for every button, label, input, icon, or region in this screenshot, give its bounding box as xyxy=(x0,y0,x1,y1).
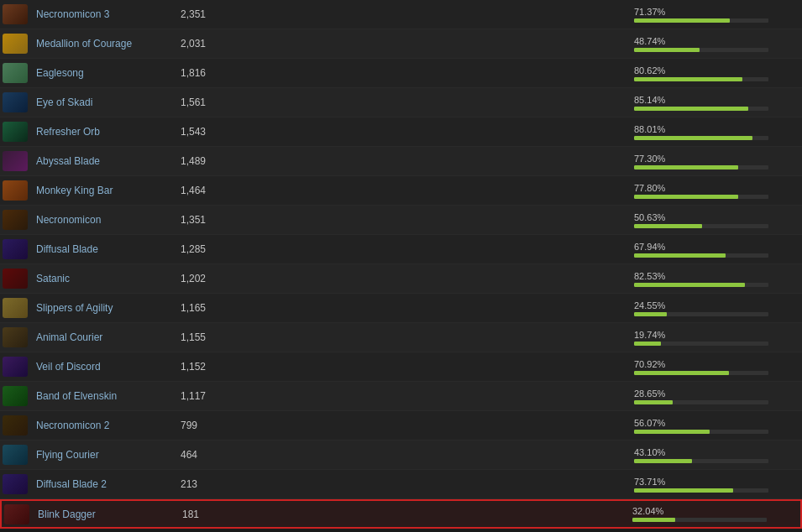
item-pct-section: 73.71% xyxy=(634,477,802,493)
item-icon-eaglesong xyxy=(0,59,29,88)
item-name: Monkey King Bar xyxy=(29,185,181,196)
item-pct-bar-bg xyxy=(634,400,768,404)
item-count: 181 xyxy=(182,509,249,520)
item-pct-section: 19.74% xyxy=(634,330,802,346)
item-count: 1,152 xyxy=(181,361,248,373)
item-pct-bar-fill xyxy=(634,430,710,434)
table-row[interactable]: Blink Dagger18132.04% xyxy=(0,499,802,529)
item-icon-necronomicon xyxy=(0,206,29,235)
item-pct-bar-bg xyxy=(634,18,768,23)
item-icon-satanic xyxy=(0,264,29,294)
item-name: Blink Dagger xyxy=(31,509,182,520)
item-count: 1,351 xyxy=(181,214,248,226)
item-name: Slippers of Agility xyxy=(29,302,181,314)
table-row[interactable]: Necronomicon 32,35171.37% xyxy=(0,0,802,29)
table-row[interactable]: Monkey King Bar1,46477.80% xyxy=(0,176,802,206)
item-count: 213 xyxy=(181,478,248,490)
table-row[interactable]: Animal Courier1,15519.74% xyxy=(0,323,802,352)
item-count: 464 xyxy=(181,449,248,461)
item-pct-label: 82.53% xyxy=(634,271,665,281)
item-pct-section: 88.01% xyxy=(634,124,802,140)
item-pct-section: 24.55% xyxy=(634,300,802,316)
item-icon-blink xyxy=(2,499,31,529)
item-pct-bar-bg xyxy=(634,430,768,434)
item-pct-bar-fill xyxy=(634,371,729,375)
table-row[interactable]: Flying Courier46443.10% xyxy=(0,441,802,470)
item-count: 1,165 xyxy=(181,302,248,314)
item-pct-label: 19.74% xyxy=(634,330,665,340)
item-pct-bar-fill xyxy=(634,18,730,23)
item-icon-necronomicon2 xyxy=(0,411,29,441)
item-pct-section: 80.62% xyxy=(634,65,802,81)
item-pct-bar-bg xyxy=(634,77,768,81)
table-row[interactable]: Veil of Discord1,15270.92% xyxy=(0,352,802,382)
item-icon-medallion xyxy=(0,29,29,59)
item-pct-bar-bg xyxy=(634,165,768,170)
item-count: 1,816 xyxy=(181,67,248,79)
item-name: Veil of Discord xyxy=(29,361,181,373)
table-row[interactable]: Slippers of Agility1,16524.55% xyxy=(0,294,802,323)
item-name: Eye of Skadi xyxy=(29,96,181,108)
item-icon-diffusal2 xyxy=(0,470,29,499)
table-row[interactable]: Medallion of Courage2,03148.74% xyxy=(0,29,802,59)
item-pct-bar-bg xyxy=(634,224,768,228)
table-row[interactable]: Abyssal Blade1,48977.30% xyxy=(0,147,802,176)
table-row[interactable]: Band of Elvenskin1,11728.65% xyxy=(0,382,802,411)
item-pct-label: 56.07% xyxy=(634,418,665,428)
item-name: Animal Courier xyxy=(29,331,181,343)
item-icon-band xyxy=(0,382,29,411)
table-row[interactable]: Satanic1,20282.53% xyxy=(0,264,802,294)
item-icon-veil xyxy=(0,352,29,382)
item-pct-bar-fill xyxy=(634,488,733,493)
item-count: 1,489 xyxy=(181,155,248,167)
item-pct-bar-bg xyxy=(634,459,768,463)
item-pct-bar-fill xyxy=(634,136,752,140)
item-pct-bar-fill xyxy=(632,518,675,522)
item-pct-bar-fill xyxy=(634,400,673,404)
item-pct-bar-bg xyxy=(634,107,768,111)
item-icon-slippers xyxy=(0,294,29,323)
item-name: Eaglesong xyxy=(29,67,181,79)
item-pct-bar-bg xyxy=(634,342,768,346)
item-count: 1,117 xyxy=(181,390,248,402)
item-pct-bar-fill xyxy=(634,283,745,287)
item-pct-bar-bg xyxy=(634,195,768,199)
item-pct-label: 48.74% xyxy=(634,36,665,46)
item-name: Necronomicon 3 xyxy=(29,8,181,20)
item-pct-bar-bg xyxy=(634,283,768,287)
item-pct-section: 77.30% xyxy=(634,154,802,170)
item-name: Band of Elvenskin xyxy=(29,390,181,402)
item-pct-section: 28.65% xyxy=(634,389,802,404)
item-pct-label: 24.55% xyxy=(634,300,665,310)
item-count: 1,155 xyxy=(181,331,248,343)
item-icon-eyeskadi xyxy=(0,88,29,117)
item-icon-courier xyxy=(0,323,29,352)
item-pct-section: 67.94% xyxy=(634,242,802,258)
item-pct-bar-bg xyxy=(634,488,768,493)
item-count: 1,464 xyxy=(181,185,248,196)
item-pct-label: 32.04% xyxy=(632,506,663,516)
item-pct-bar-bg xyxy=(634,312,768,316)
item-pct-bar-fill xyxy=(634,107,748,111)
item-name: Flying Courier xyxy=(29,449,181,461)
table-row[interactable]: Eaglesong1,81680.62% xyxy=(0,59,802,88)
item-count: 1,285 xyxy=(181,243,248,255)
item-pct-bar-fill xyxy=(634,195,738,199)
table-row[interactable]: Eye of Skadi1,56185.14% xyxy=(0,88,802,117)
table-row[interactable]: Necronomicon1,35150.63% xyxy=(0,206,802,235)
item-pct-label: 70.92% xyxy=(634,359,665,369)
item-count: 2,031 xyxy=(181,38,248,50)
item-icon-mkb xyxy=(0,176,29,206)
table-row[interactable]: Diffusal Blade 221373.71% xyxy=(0,470,802,499)
item-name: Satanic xyxy=(29,273,181,284)
item-pct-section: 48.74% xyxy=(634,36,802,52)
item-pct-label: 50.63% xyxy=(634,212,665,222)
item-pct-bar-bg xyxy=(634,253,768,258)
table-row[interactable]: Diffusal Blade1,28567.94% xyxy=(0,235,802,264)
item-name: Diffusal Blade xyxy=(29,243,181,255)
item-pct-bar-fill xyxy=(634,312,667,316)
table-row[interactable]: Refresher Orb1,54388.01% xyxy=(0,117,802,147)
item-icon-refresher xyxy=(0,117,29,147)
table-row[interactable]: Necronomicon 279956.07% xyxy=(0,411,802,441)
item-pct-label: 77.30% xyxy=(634,154,665,164)
